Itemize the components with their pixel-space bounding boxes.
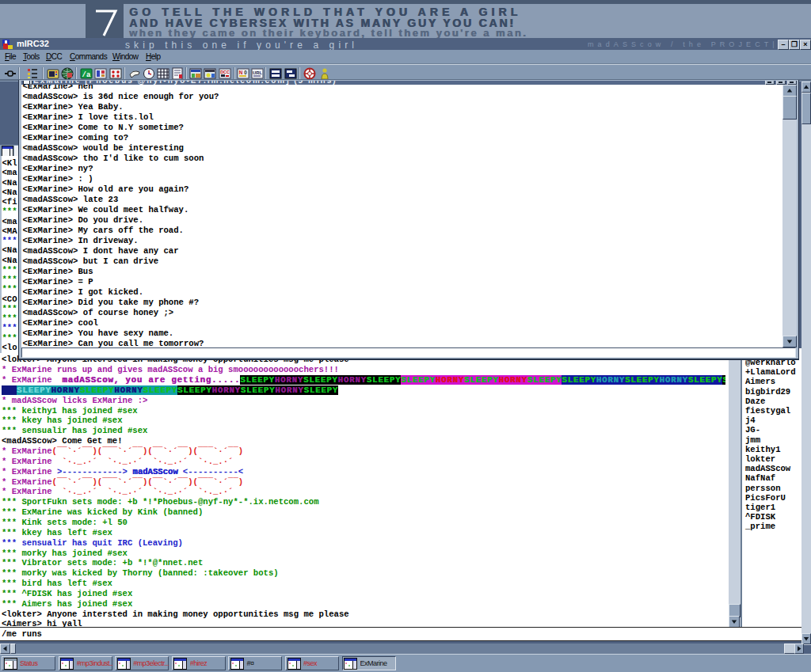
svg-text:N: N bbox=[239, 70, 243, 75]
svg-text:0: 0 bbox=[244, 70, 247, 75]
svg-text:URL: URL bbox=[253, 70, 262, 75]
svg-text:DCC: DCC bbox=[220, 70, 230, 74]
svg-text:/a: /a bbox=[82, 71, 91, 79]
